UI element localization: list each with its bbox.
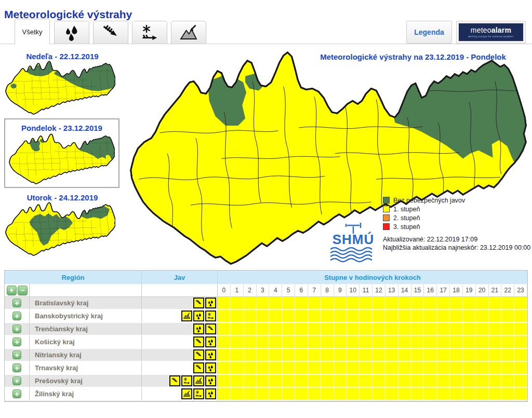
column-header-phenomenon: Jav xyxy=(142,271,218,284)
hour-level-cell xyxy=(424,388,437,401)
tab-wind[interactable] xyxy=(93,21,128,44)
warning-rain-badge xyxy=(205,388,216,399)
hour-level-cell xyxy=(334,388,347,401)
hour-level-cell xyxy=(411,323,424,336)
hour-level-cell xyxy=(334,336,347,349)
hour-level-cell xyxy=(244,388,257,401)
hour-level-cell xyxy=(321,323,334,336)
expand-row-button[interactable]: + xyxy=(12,363,21,372)
hour-level-cell xyxy=(373,323,385,336)
hour-level-cell xyxy=(218,310,231,323)
hour-level-cell xyxy=(282,323,295,336)
hour-level-cell xyxy=(463,297,476,310)
legend-item: 1. stupeň xyxy=(383,205,465,213)
legend-label: Bez nebezpečných javov xyxy=(393,197,465,204)
hour-level-cell xyxy=(308,323,321,336)
expand-row-button[interactable]: + xyxy=(12,338,21,346)
next-update: Najbližšia aktualizácia najneskôr: 23.12… xyxy=(383,244,530,252)
region-name: Prešovský kraj xyxy=(30,375,142,388)
tab-rain[interactable] xyxy=(54,21,89,44)
phenomena-cell xyxy=(142,323,218,336)
day-map-monday-title: Pondelok - 23.12.2019 xyxy=(5,124,118,132)
hour-level-cell xyxy=(269,336,282,349)
hour-level-cell xyxy=(424,310,437,323)
hour-level-cell xyxy=(373,297,385,310)
legend-button[interactable]: Legenda xyxy=(406,21,452,44)
expand-row-button[interactable]: + xyxy=(12,312,21,320)
hour-level-cell xyxy=(321,388,334,401)
rain-icon xyxy=(207,351,215,359)
hour-level-cell xyxy=(489,349,502,362)
hour-label: 20 xyxy=(476,284,489,296)
hour-level-cell xyxy=(411,310,424,323)
rain-icon xyxy=(207,338,215,346)
day-map-tuesday-thumbnail[interactable] xyxy=(5,202,115,256)
hour-level-cell xyxy=(257,375,270,388)
hour-level-cell xyxy=(385,323,398,336)
hour-level-cell xyxy=(334,362,347,375)
hour-level-cell xyxy=(360,323,373,336)
tab-avalanche[interactable] xyxy=(171,21,206,44)
empty-phenomenon-cell xyxy=(142,284,218,296)
hour-level-cell xyxy=(308,388,321,401)
hour-level-cell xyxy=(424,323,437,336)
wind-icon xyxy=(195,364,203,372)
tab-all[interactable]: Všetky xyxy=(15,19,50,44)
day-map-tuesday-title: Utorok - 24.12.2019 xyxy=(5,193,119,202)
day-map-sunday-thumbnail[interactable] xyxy=(5,61,115,115)
expand-row-button[interactable]: + xyxy=(12,389,21,398)
day-map-monday-selected-box[interactable]: Pondelok - 23.12.2019 xyxy=(4,118,119,188)
warning-wind-badge xyxy=(193,336,204,347)
wind-icon xyxy=(101,23,120,42)
hour-level-cell xyxy=(450,297,463,310)
column-header-region: Región xyxy=(5,271,142,284)
expand-row-button[interactable]: + xyxy=(12,350,21,359)
hour-level-cell xyxy=(514,336,527,349)
hour-level-cell xyxy=(501,336,514,349)
hour-level-cell xyxy=(463,349,476,362)
collapse-all-button[interactable]: − xyxy=(18,286,28,295)
meteoalarm-brand: meteoalarm xyxy=(471,26,511,34)
expand-all-cell: +− xyxy=(5,284,30,296)
table-row: +Banskobystrický kraj xyxy=(5,310,527,323)
hour-level-cell xyxy=(411,362,424,375)
avalanche-icon xyxy=(179,23,198,42)
hour-level-cell xyxy=(398,349,411,362)
legend-item: 2. stupeň xyxy=(383,213,465,222)
day-map-monday-thumbnail[interactable] xyxy=(9,133,115,184)
hour-level-cell xyxy=(373,336,385,349)
hour-level-cell xyxy=(295,375,308,388)
hour-label: 16 xyxy=(424,284,437,296)
hour-level-cell xyxy=(244,349,257,362)
hour-level-cell xyxy=(231,336,244,349)
day-map-tuesday[interactable]: Utorok - 24.12.2019 xyxy=(5,193,119,258)
day-map-sunday[interactable]: Nedeľa - 22.12.2019 xyxy=(5,52,119,117)
hour-level-cell xyxy=(308,362,321,375)
table-row: +Košický kraj xyxy=(5,336,527,349)
expand-row-button[interactable]: + xyxy=(12,376,21,385)
hour-level-cell xyxy=(347,362,360,375)
hour-level-cell xyxy=(489,336,502,349)
hour-level-cell xyxy=(257,388,270,401)
hour-level-cell xyxy=(334,375,347,388)
expand-row-button[interactable]: + xyxy=(12,299,21,307)
hour-level-cell xyxy=(411,336,424,349)
tab-snowdrift[interactable] xyxy=(132,21,167,44)
hour-level-cell xyxy=(347,310,360,323)
hour-level-cell xyxy=(257,310,270,323)
map-legend: Bez nebezpečných javov1. stupeň2. stupeň… xyxy=(383,196,465,231)
hour-level-cell xyxy=(347,349,360,362)
expand-row-button[interactable]: + xyxy=(12,325,21,333)
hour-level-cell xyxy=(269,323,282,336)
hour-level-cell xyxy=(437,388,450,401)
meteoalarm-logo[interactable]: meteoalarm alerting europe for extreme w… xyxy=(456,21,526,44)
hour-level-cell xyxy=(463,375,476,388)
hour-level-cell xyxy=(308,336,321,349)
hour-level-cell xyxy=(321,310,334,323)
hour-level-cell xyxy=(489,310,502,323)
expand-all-button[interactable]: + xyxy=(7,286,17,295)
hour-level-cell xyxy=(295,310,308,323)
hour-level-cell xyxy=(347,323,360,336)
hour-level-cell xyxy=(463,388,476,401)
hour-level-cell xyxy=(463,336,476,349)
